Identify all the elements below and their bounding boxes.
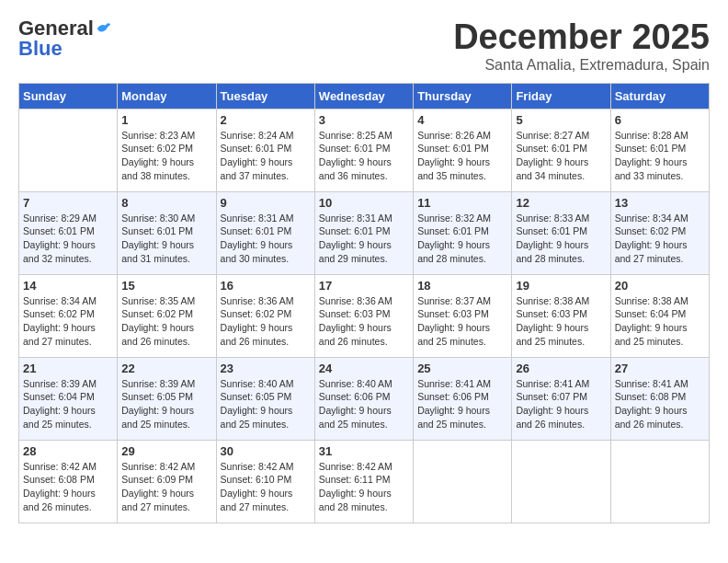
calendar-cell: 24Sunrise: 8:40 AMSunset: 6:06 PMDayligh…	[314, 357, 413, 440]
day-number: 24	[319, 362, 409, 375]
day-info: Sunrise: 8:30 AMSunset: 6:01 PMDaylight:…	[121, 212, 211, 266]
calendar-cell: 7Sunrise: 8:29 AMSunset: 6:01 PMDaylight…	[19, 191, 118, 274]
day-number: 10	[319, 196, 409, 210]
logo-bird-icon	[96, 20, 112, 37]
weekday-header-sunday: Sunday	[19, 83, 118, 109]
calendar-cell: 17Sunrise: 8:36 AMSunset: 6:03 PMDayligh…	[314, 274, 413, 357]
day-number: 16	[221, 279, 311, 293]
day-info: Sunrise: 8:29 AMSunset: 6:01 PMDaylight:…	[23, 212, 113, 266]
weekday-header-wednesday: Wednesday	[314, 83, 413, 109]
day-info: Sunrise: 8:42 AMSunset: 6:11 PMDaylight:…	[319, 460, 409, 514]
calendar-cell	[512, 440, 610, 523]
day-number: 23	[221, 362, 311, 375]
calendar-cell	[610, 440, 709, 523]
day-info: Sunrise: 8:38 AMSunset: 6:04 PMDaylight:…	[615, 294, 705, 349]
day-number: 14	[23, 279, 113, 293]
day-number: 28	[23, 444, 113, 458]
day-number: 18	[417, 279, 507, 293]
day-info: Sunrise: 8:37 AMSunset: 6:03 PMDaylight:…	[417, 294, 507, 349]
calendar-table: SundayMondayTuesdayWednesdayThursdayFrid…	[18, 83, 710, 523]
day-number: 30	[221, 444, 311, 458]
day-info: Sunrise: 8:34 AMSunset: 6:02 PMDaylight:…	[23, 294, 113, 349]
day-number: 1	[121, 113, 211, 127]
day-info: Sunrise: 8:42 AMSunset: 6:08 PMDaylight:…	[23, 460, 113, 514]
calendar-cell: 4Sunrise: 8:26 AMSunset: 6:01 PMDaylight…	[414, 109, 512, 191]
day-number: 27	[615, 362, 705, 375]
calendar-cell: 14Sunrise: 8:34 AMSunset: 6:02 PMDayligh…	[19, 274, 118, 357]
day-info: Sunrise: 8:25 AMSunset: 6:01 PMDaylight:…	[319, 129, 409, 183]
day-info: Sunrise: 8:41 AMSunset: 6:08 PMDaylight:…	[615, 377, 705, 431]
weekday-header-friday: Friday	[512, 83, 610, 109]
logo-general: General	[18, 18, 94, 39]
title-block: December 2025 Santa Amalia, Extremadura,…	[453, 18, 710, 74]
day-number: 22	[121, 362, 211, 375]
calendar-cell	[414, 440, 512, 523]
day-number: 29	[121, 444, 211, 458]
calendar-cell: 31Sunrise: 8:42 AMSunset: 6:11 PMDayligh…	[314, 440, 413, 523]
calendar-cell: 28Sunrise: 8:42 AMSunset: 6:08 PMDayligh…	[19, 440, 118, 523]
calendar-cell: 3Sunrise: 8:25 AMSunset: 6:01 PMDaylight…	[314, 109, 413, 191]
day-number: 19	[516, 279, 606, 293]
location: Santa Amalia, Extremadura, Spain	[453, 57, 710, 74]
day-info: Sunrise: 8:26 AMSunset: 6:01 PMDaylight:…	[417, 129, 507, 183]
day-number: 17	[319, 279, 409, 293]
day-info: Sunrise: 8:23 AMSunset: 6:02 PMDaylight:…	[121, 129, 211, 183]
day-info: Sunrise: 8:41 AMSunset: 6:06 PMDaylight:…	[417, 377, 507, 431]
calendar-cell: 30Sunrise: 8:42 AMSunset: 6:10 PMDayligh…	[216, 440, 314, 523]
day-number: 2	[221, 113, 311, 127]
day-info: Sunrise: 8:40 AMSunset: 6:05 PMDaylight:…	[221, 377, 311, 431]
day-info: Sunrise: 8:27 AMSunset: 6:01 PMDaylight:…	[516, 129, 606, 183]
day-info: Sunrise: 8:36 AMSunset: 6:02 PMDaylight:…	[221, 294, 311, 349]
calendar-cell: 18Sunrise: 8:37 AMSunset: 6:03 PMDayligh…	[414, 274, 512, 357]
calendar-cell: 29Sunrise: 8:42 AMSunset: 6:09 PMDayligh…	[118, 440, 216, 523]
day-info: Sunrise: 8:34 AMSunset: 6:02 PMDaylight:…	[615, 212, 705, 266]
day-number: 8	[121, 196, 211, 210]
calendar-cell: 8Sunrise: 8:30 AMSunset: 6:01 PMDaylight…	[118, 191, 216, 274]
calendar-cell: 5Sunrise: 8:27 AMSunset: 6:01 PMDaylight…	[512, 109, 610, 191]
calendar-cell: 6Sunrise: 8:28 AMSunset: 6:01 PMDaylight…	[610, 109, 709, 191]
page-header: General Blue December 2025 Santa Amalia,…	[18, 18, 710, 74]
calendar-cell: 19Sunrise: 8:38 AMSunset: 6:03 PMDayligh…	[512, 274, 610, 357]
day-info: Sunrise: 8:31 AMSunset: 6:01 PMDaylight:…	[221, 212, 311, 266]
day-number: 11	[417, 196, 507, 210]
calendar-cell: 11Sunrise: 8:32 AMSunset: 6:01 PMDayligh…	[414, 191, 512, 274]
day-number: 12	[516, 196, 606, 210]
weekday-header-tuesday: Tuesday	[216, 83, 314, 109]
week-row-4: 21Sunrise: 8:39 AMSunset: 6:04 PMDayligh…	[19, 357, 710, 440]
day-number: 6	[615, 113, 705, 127]
day-number: 26	[516, 362, 606, 375]
calendar-cell: 22Sunrise: 8:39 AMSunset: 6:05 PMDayligh…	[118, 357, 216, 440]
day-number: 31	[319, 444, 409, 458]
calendar-cell: 16Sunrise: 8:36 AMSunset: 6:02 PMDayligh…	[216, 274, 314, 357]
day-number: 9	[221, 196, 311, 210]
day-info: Sunrise: 8:36 AMSunset: 6:03 PMDaylight:…	[319, 294, 409, 349]
day-number: 4	[417, 113, 507, 127]
day-info: Sunrise: 8:32 AMSunset: 6:01 PMDaylight:…	[417, 212, 507, 266]
calendar-cell: 21Sunrise: 8:39 AMSunset: 6:04 PMDayligh…	[19, 357, 118, 440]
weekday-header-monday: Monday	[118, 83, 216, 109]
day-number: 7	[23, 196, 113, 210]
day-number: 13	[615, 196, 705, 210]
week-row-1: 1Sunrise: 8:23 AMSunset: 6:02 PMDaylight…	[19, 109, 710, 191]
calendar-cell: 26Sunrise: 8:41 AMSunset: 6:07 PMDayligh…	[512, 357, 610, 440]
calendar-cell: 2Sunrise: 8:24 AMSunset: 6:01 PMDaylight…	[216, 109, 314, 191]
month-title: December 2025	[453, 18, 710, 57]
calendar-cell	[19, 109, 118, 191]
day-info: Sunrise: 8:31 AMSunset: 6:01 PMDaylight:…	[319, 212, 409, 266]
day-info: Sunrise: 8:39 AMSunset: 6:04 PMDaylight:…	[23, 377, 113, 431]
day-info: Sunrise: 8:38 AMSunset: 6:03 PMDaylight:…	[516, 294, 606, 349]
calendar-cell: 13Sunrise: 8:34 AMSunset: 6:02 PMDayligh…	[610, 191, 709, 274]
day-number: 15	[121, 279, 211, 293]
weekday-header-row: SundayMondayTuesdayWednesdayThursdayFrid…	[19, 83, 710, 109]
logo: General Blue	[18, 18, 112, 59]
day-number: 25	[417, 362, 507, 375]
day-info: Sunrise: 8:41 AMSunset: 6:07 PMDaylight:…	[516, 377, 606, 431]
day-info: Sunrise: 8:42 AMSunset: 6:10 PMDaylight:…	[221, 460, 311, 514]
calendar-cell: 12Sunrise: 8:33 AMSunset: 6:01 PMDayligh…	[512, 191, 610, 274]
day-number: 5	[516, 113, 606, 127]
calendar-cell: 9Sunrise: 8:31 AMSunset: 6:01 PMDaylight…	[216, 191, 314, 274]
calendar-cell: 20Sunrise: 8:38 AMSunset: 6:04 PMDayligh…	[610, 274, 709, 357]
day-number: 21	[23, 362, 113, 375]
day-info: Sunrise: 8:28 AMSunset: 6:01 PMDaylight:…	[615, 129, 705, 183]
day-info: Sunrise: 8:40 AMSunset: 6:06 PMDaylight:…	[319, 377, 409, 431]
